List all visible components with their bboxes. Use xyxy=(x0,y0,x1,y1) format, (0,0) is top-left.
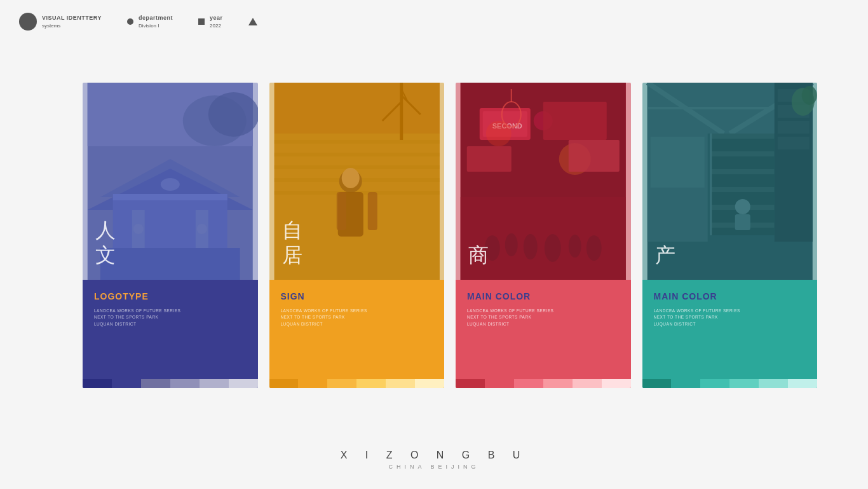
swatch xyxy=(729,379,759,388)
swatch xyxy=(485,379,514,388)
card-sign: 自居 SIGN LANDCEA WORKS OF FUTURE SERIES N… xyxy=(269,83,445,388)
triangle-icon xyxy=(248,18,257,25)
card4-swatches xyxy=(642,379,818,388)
cards-container: 人文 LOGOTYPE LANDCEA WORKS OF FUTURE SERI… xyxy=(83,83,817,388)
swatch xyxy=(83,379,112,388)
header: VISUAL IDENTTERY systems department Divi… xyxy=(19,13,257,31)
card1-chinese: 人文 xyxy=(95,218,116,267)
swatch xyxy=(788,379,817,388)
card3-subtitle: LANDCEA WORKS OF FUTURE SERIES NEXT TO T… xyxy=(467,308,620,327)
card3-label: MAIN COLOR xyxy=(467,291,620,301)
card-logotype: 人文 LOGOTYPE LANDCEA WORKS OF FUTURE SERI… xyxy=(83,83,258,388)
card3-swatches xyxy=(456,379,631,388)
swatch xyxy=(200,379,229,388)
swatch xyxy=(602,379,631,388)
swatch xyxy=(573,379,602,388)
card4-label: MAIN COLOR xyxy=(654,291,806,301)
swatch xyxy=(112,379,141,388)
swatch xyxy=(700,379,729,388)
year-square-icon xyxy=(198,18,205,25)
header-triangle xyxy=(248,18,257,25)
card2-bottom: SIGN LANDCEA WORKS OF FUTURE SERIES NEXT… xyxy=(269,280,445,388)
card-main-color-teal: 产 MAIN COLOR LANDCEA WORKS OF FUTURE SER… xyxy=(642,83,818,388)
swatch xyxy=(356,379,386,388)
swatch xyxy=(671,379,700,388)
brand-sub: systems xyxy=(42,22,102,29)
swatch xyxy=(642,379,672,388)
card4-chinese: 产 xyxy=(655,243,675,267)
year-value: 2022 xyxy=(210,22,223,29)
swatch xyxy=(229,379,258,388)
swatch xyxy=(141,379,170,388)
swatch xyxy=(759,379,788,388)
swatch xyxy=(386,379,415,388)
swatch xyxy=(170,379,200,388)
card4-subtitle: LANDCEA WORKS OF FUTURE SERIES NEXT TO T… xyxy=(654,308,806,327)
card3-image: SECOND xyxy=(456,83,631,280)
footer-brand: X I Z O N G B U xyxy=(0,450,868,461)
card2-swatches xyxy=(269,379,445,388)
footer: X I Z O N G B U CHINA BEIJING xyxy=(0,450,868,470)
year-title: year xyxy=(210,14,223,22)
card2-subtitle: LANDCEA WORKS OF FUTURE SERIES NEXT TO T… xyxy=(281,308,433,327)
swatch xyxy=(514,379,543,388)
card2-chinese: 自居 xyxy=(282,218,302,267)
card1-label: LOGOTYPE xyxy=(94,291,247,301)
card1-subtitle: LANDCEA WORKS OF FUTURE SERIES NEXT TO T… xyxy=(94,308,247,327)
header-dept: department Division I xyxy=(127,14,173,29)
header-year: year 2022 xyxy=(198,14,223,29)
card3-chinese: 商 xyxy=(468,243,489,267)
header-brand: VISUAL IDENTTERY systems xyxy=(19,13,102,31)
swatch xyxy=(543,379,573,388)
header-circle-icon xyxy=(19,13,37,31)
swatch xyxy=(298,379,327,388)
footer-subtitle: CHINA BEIJING xyxy=(0,464,868,470)
card1-swatches xyxy=(83,379,258,388)
dept-title: department xyxy=(139,14,173,22)
card1-image: 人文 xyxy=(83,83,258,280)
swatch xyxy=(456,379,485,388)
dept-circle-icon xyxy=(127,18,133,25)
card1-bottom: LOGOTYPE LANDCEA WORKS OF FUTURE SERIES … xyxy=(83,280,258,388)
card-main-color-red: SECOND xyxy=(456,83,631,388)
swatch xyxy=(415,379,444,388)
card4-image: 产 xyxy=(642,83,818,280)
brand-title: VISUAL IDENTTERY xyxy=(42,14,102,22)
swatch xyxy=(327,379,356,388)
card2-image: 自居 xyxy=(269,83,445,280)
card4-bottom: MAIN COLOR LANDCEA WORKS OF FUTURE SERIE… xyxy=(642,280,818,388)
swatch xyxy=(269,379,299,388)
card3-bottom: MAIN COLOR LANDCEA WORKS OF FUTURE SERIE… xyxy=(456,280,631,388)
dept-sub: Division I xyxy=(139,22,173,29)
card2-label: SIGN xyxy=(281,291,433,301)
